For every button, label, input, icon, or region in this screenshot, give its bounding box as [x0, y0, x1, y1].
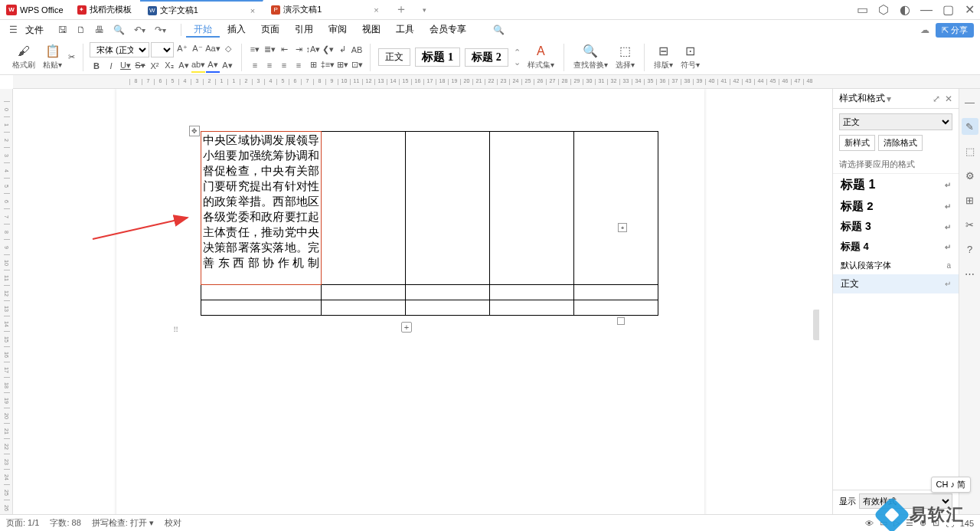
new-icon[interactable]: 🗋 — [73, 25, 90, 35]
tab-page[interactable]: 页面 — [253, 23, 287, 38]
table-cell[interactable] — [406, 285, 490, 300]
save-icon[interactable]: 🖫 — [54, 25, 71, 35]
settings-strip-icon[interactable]: ⚙ — [962, 167, 978, 184]
align-right-button[interactable]: ≡ — [277, 58, 291, 72]
table-cell[interactable] — [490, 285, 574, 300]
tab-document-1[interactable]: W 文字文稿1 × — [140, 0, 264, 19]
app-box-icon[interactable]: ▭ — [851, 0, 873, 20]
bold-button[interactable]: B — [90, 59, 103, 73]
align-center-button[interactable]: ≡ — [263, 58, 276, 72]
font-color-button[interactable]: A▾ — [206, 59, 220, 73]
close-icon[interactable]: × — [244, 6, 255, 15]
table-cell[interactable] — [201, 300, 322, 316]
tabs-button-icon[interactable]: ⊡▾ — [350, 58, 364, 72]
style-heading-2[interactable]: 标题 2 — [465, 48, 508, 67]
tab-member[interactable]: 会员专享 — [422, 23, 474, 38]
symbol-button[interactable]: ⊡ 符号▾ — [678, 42, 703, 72]
asian-layout-button[interactable]: AB — [350, 43, 364, 57]
paste-button[interactable]: 📋 粘贴▾ — [40, 42, 65, 72]
add-row-button[interactable]: + — [401, 322, 412, 333]
increase-font-icon[interactable]: A⁺ — [175, 42, 189, 56]
tab-references[interactable]: 引用 — [287, 23, 321, 38]
file-menu[interactable]: 文件 — [21, 24, 48, 37]
style-heading-1[interactable]: 标题 1 — [415, 48, 460, 67]
redo-icon[interactable]: ↷▾ — [151, 25, 170, 35]
help-strip-icon[interactable]: ? — [962, 241, 978, 257]
horizontal-ruler[interactable]: document.write(Array.from({length:56},(_… — [13, 75, 980, 89]
current-style-select[interactable]: 正文 — [839, 113, 952, 130]
ime-indicator[interactable]: CH ♪ 简 — [931, 477, 972, 493]
cloud-icon[interactable]: ☁ — [920, 25, 929, 35]
maximize-button[interactable]: ▢ — [937, 0, 959, 20]
tab-view[interactable]: 视图 — [354, 23, 388, 38]
table-cell[interactable] — [574, 300, 658, 316]
text-effects-button[interactable]: A▾ — [177, 59, 191, 73]
select-strip-icon[interactable]: ⬚ — [962, 143, 978, 159]
decrease-font-icon[interactable]: A⁻ — [191, 42, 204, 56]
find-replace-button[interactable]: 🔍 查找替换▾ — [570, 42, 611, 72]
more-strip-icon[interactable]: ⋯ — [962, 265, 978, 282]
table-cell[interactable] — [322, 300, 406, 316]
decrease-indent-button[interactable]: ⇤ — [277, 43, 291, 57]
vertical-ruler[interactable]: document.write(Array.from({length:28},(_… — [0, 89, 13, 529]
share-button[interactable]: ⇱ 分享 — [936, 23, 974, 38]
new-style-button[interactable]: 新样式 — [839, 135, 875, 151]
table-cell[interactable] — [322, 132, 406, 285]
tab-home[interactable]: 开始 — [186, 23, 220, 38]
status-page[interactable]: 页面: 1/1 — [6, 517, 39, 529]
table-cell[interactable] — [574, 285, 658, 300]
status-spellcheck[interactable]: 拼写检查: 打开 ▾ — [92, 517, 154, 529]
nav-strip-icon[interactable]: ⊞ — [962, 192, 978, 208]
strikethrough-button[interactable]: S▾ — [133, 59, 147, 73]
font-size-select[interactable]: 五号 — [151, 42, 174, 57]
table-cell[interactable] — [490, 300, 574, 316]
panel-dropdown-icon[interactable]: ▾ — [887, 93, 891, 104]
line-spacing-button[interactable]: ‡≡▾ — [321, 58, 335, 72]
close-icon[interactable]: × — [368, 5, 378, 15]
number-list-button[interactable]: ≣▾ — [263, 43, 276, 57]
increase-indent-button[interactable]: ⇥ — [292, 43, 305, 57]
tab-insert[interactable]: 插入 — [220, 23, 253, 38]
style-item-h4[interactable]: 标题 4↵ — [833, 237, 959, 257]
subscript-button[interactable]: X₂ — [162, 59, 176, 73]
collapse-strip-icon[interactable]: — — [962, 93, 978, 110]
table-move-handle[interactable]: ✥ — [189, 126, 200, 136]
align-left-button[interactable]: ≡ — [248, 58, 262, 72]
select-button[interactable]: ⬚ 选择▾ — [612, 42, 638, 72]
print-icon[interactable]: 🖶 — [91, 25, 108, 35]
style-item-h2[interactable]: 标题 2↵ — [833, 196, 959, 217]
tab-templates[interactable]: ✦ 找稻壳模板 — [70, 0, 140, 19]
table-cell-active[interactable]: 中央区域协调发展领导小组要加强统筹协调和督促检查，中央有关部门要研究提出有针对性… — [201, 132, 322, 285]
style-item-body[interactable]: 正文↵ — [833, 274, 959, 293]
edit-strip-icon[interactable]: ✎ — [962, 118, 978, 135]
eye-icon[interactable]: 👁 — [865, 519, 874, 528]
table-cell[interactable] — [322, 285, 406, 300]
show-marks-button[interactable]: ↲ — [335, 43, 349, 57]
row-drag-dots[interactable]: ⠿ — [173, 326, 181, 334]
table-cell[interactable] — [406, 300, 490, 316]
clear-format-button[interactable]: 清除格式 — [878, 135, 923, 151]
user-avatar-icon[interactable]: ◐ — [894, 0, 916, 20]
underline-button[interactable]: U▾ — [119, 59, 132, 73]
status-words[interactable]: 字数: 88 — [50, 517, 80, 529]
row-add-handle[interactable]: + — [618, 223, 627, 232]
document-table[interactable]: 中央区域协调发展领导小组要加强统筹协调和督促检查，中央有关部门要研究提出有针对性… — [201, 131, 658, 316]
bullet-list-button[interactable]: ≡▾ — [248, 43, 262, 57]
tab-tools[interactable]: 工具 — [388, 23, 422, 38]
tab-review[interactable]: 审阅 — [321, 23, 354, 38]
search-icon[interactable]: 🔍 — [489, 25, 508, 35]
shading-button[interactable]: A▾ — [220, 59, 234, 73]
tab-presentation-1[interactable]: P 演示文稿1 × — [263, 0, 387, 19]
pin-icon[interactable]: ⤢ — [933, 93, 940, 104]
borders-button[interactable]: ⊞▾ — [335, 58, 349, 72]
style-normal[interactable]: 正文 — [378, 48, 410, 66]
minimize-button[interactable]: — — [916, 0, 937, 20]
tab-list-dropdown[interactable]: ▾ — [415, 0, 434, 19]
change-case-icon[interactable]: Aa▾ — [206, 42, 220, 56]
align-justify-button[interactable]: ≡ — [292, 58, 305, 72]
table-cell[interactable] — [406, 132, 490, 285]
highlight-button[interactable]: ab▾ — [191, 59, 205, 73]
print-preview-icon[interactable]: 🔍 — [109, 25, 129, 35]
add-tab-button[interactable]: ＋ — [387, 0, 415, 19]
italic-button[interactable]: I — [104, 59, 118, 73]
